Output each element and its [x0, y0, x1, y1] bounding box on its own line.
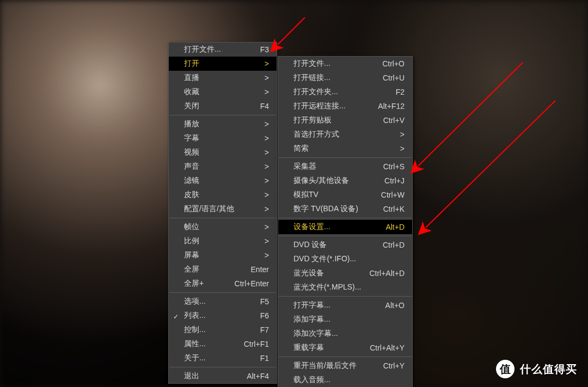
menu-item-label: 全屏+ — [184, 279, 218, 288]
menu-item-shortcut: Ctrl+K — [367, 205, 405, 213]
submenu-arrow-icon: > — [248, 176, 269, 185]
main-menu-item[interactable]: 收藏> — [169, 85, 277, 99]
menu-item-label: 声音 — [184, 162, 248, 171]
menu-item-label: 蓝光文件(*.MPLS)... — [293, 282, 405, 292]
main-menu-item[interactable]: 皮肤> — [169, 188, 277, 202]
menu-item-label: 属性... — [184, 339, 228, 349]
main-menu-item[interactable]: 全屏+Ctrl+Enter — [169, 277, 277, 291]
main-menu-item[interactable]: 播放> — [169, 117, 277, 131]
menu-item-shortcut: F3 — [244, 45, 269, 54]
main-menu-item[interactable]: 声音> — [169, 159, 277, 174]
menu-item-label: 全屏 — [184, 265, 235, 274]
main-menu-item[interactable]: 比例> — [169, 234, 277, 248]
open-submenu-item[interactable]: 打开文件...Ctrl+O — [278, 57, 412, 71]
main-context-menu: 打开文件...F3打开>直播>收藏>关闭F4播放>字幕>视频>声音>滤镜>皮肤>… — [168, 42, 277, 384]
main-menu-item[interactable]: 直播> — [169, 71, 277, 85]
menu-item-label: 关于... — [184, 353, 244, 363]
main-menu-item[interactable]: 控制...F7 — [169, 323, 277, 337]
menu-separator — [279, 296, 412, 297]
menu-item-label: 字幕 — [184, 133, 248, 143]
menu-item-label: 播放 — [184, 119, 248, 129]
menu-item-label: DVD 设备 — [293, 240, 366, 250]
watermark-badge: 值 — [496, 360, 514, 378]
menu-item-shortcut: Alt+O — [369, 301, 405, 310]
menu-item-label: 屏幕 — [184, 250, 248, 260]
main-menu-item[interactable]: 关于...F1 — [169, 351, 277, 365]
submenu-arrow-icon: > — [248, 205, 269, 213]
main-menu-item[interactable]: 视频> — [169, 145, 277, 159]
main-menu-item[interactable]: 关闭F4 — [169, 99, 277, 113]
main-menu-item[interactable]: 滤镜> — [169, 174, 277, 188]
menu-item-label: 控制... — [184, 325, 244, 335]
submenu-arrow-icon: > — [248, 223, 269, 231]
main-menu-item[interactable]: 退出Alt+F4 — [169, 369, 277, 383]
menu-item-label: 采集器 — [293, 162, 367, 171]
menu-item-label: 打开文件... — [184, 45, 244, 54]
open-submenu-item[interactable]: 打开链接...Ctrl+U — [278, 71, 412, 85]
menu-separator — [279, 357, 412, 357]
main-menu-item[interactable]: 打开> — [169, 57, 277, 71]
open-submenu-item[interactable]: 打开剪贴板Ctrl+V — [278, 113, 412, 127]
menu-item-label: 首选打开方式 — [293, 130, 384, 139]
menu-item-label: 视频 — [184, 148, 248, 157]
main-menu-item[interactable]: 列表...F6 — [169, 309, 277, 323]
menu-item-shortcut: F1 — [244, 354, 269, 363]
menu-separator — [279, 218, 412, 218]
open-submenu-item[interactable]: DVD 设备Ctrl+D — [278, 238, 412, 252]
open-submenu-item[interactable]: DVD 文件(*.IFO)... — [278, 252, 412, 266]
menu-item-label: 重开当前/最后文件 — [293, 361, 367, 371]
open-submenu-item[interactable]: 简索> — [278, 142, 412, 156]
main-menu-item[interactable]: 配置/语言/其他> — [169, 202, 277, 216]
menu-item-label: 数字 TV(BDA 设备) — [293, 204, 367, 214]
main-menu-item[interactable]: 打开文件...F3 — [169, 42, 277, 57]
main-menu-item[interactable]: 全屏Enter — [169, 262, 277, 277]
open-submenu-item[interactable]: 打开文件夹...F2 — [278, 85, 412, 99]
menu-item-label: 选项... — [184, 297, 244, 306]
watermark-text: 什么值得买 — [520, 362, 577, 377]
menu-item-shortcut: F6 — [244, 311, 269, 320]
submenu-arrow-icon: > — [248, 59, 269, 68]
menu-item-shortcut: Ctrl+Alt+D — [353, 269, 405, 278]
open-submenu-item[interactable]: 蓝光文件(*.MPLS)... — [278, 280, 412, 294]
main-menu-item[interactable]: 字幕> — [169, 131, 277, 145]
open-submenu-item[interactable]: 摄像头/其他设备Ctrl+J — [278, 174, 412, 188]
open-submenu-item[interactable]: 采集器Ctrl+S — [278, 159, 412, 174]
menu-item-shortcut: Enter — [235, 265, 269, 274]
submenu-arrow-icon: > — [248, 162, 269, 171]
open-submenu-item[interactable]: 添加次字幕... — [278, 327, 412, 341]
open-submenu-item[interactable]: 首选打开方式> — [278, 127, 412, 142]
open-submenu-item[interactable]: 蓝光设备Ctrl+Alt+D — [278, 266, 412, 280]
menu-item-shortcut: F7 — [244, 325, 269, 334]
menu-item-label: 关闭 — [184, 101, 244, 111]
menu-item-label: 打开远程连接... — [293, 101, 362, 111]
submenu-arrow-icon: > — [384, 144, 405, 153]
main-menu-item[interactable]: 属性...Ctrl+F1 — [169, 337, 277, 351]
menu-item-label: 简索 — [293, 144, 384, 153]
menu-item-label: 打开 — [184, 59, 248, 69]
menu-item-label: 配置/语言/其他 — [184, 204, 248, 214]
open-submenu-item[interactable]: 添加字幕... — [278, 312, 412, 327]
menu-item-label: 打开链接... — [293, 73, 366, 83]
menu-item-label: 打开字幕... — [293, 300, 369, 310]
open-submenu: 打开文件...Ctrl+O打开链接...Ctrl+U打开文件夹...F2打开远程… — [278, 56, 413, 387]
main-menu-item[interactable]: 帧位> — [169, 220, 277, 234]
menu-item-label: 打开文件夹... — [293, 87, 379, 97]
menu-item-label: 载入音频... — [293, 375, 405, 385]
open-submenu-item[interactable]: 打开远程连接...Alt+F12 — [278, 99, 412, 113]
open-submenu-item[interactable]: 载入音频... — [278, 373, 412, 387]
open-submenu-item[interactable]: 重载字幕Ctrl+Alt+Y — [278, 341, 412, 355]
menu-item-label: 添加字幕... — [293, 315, 405, 324]
open-submenu-item[interactable]: 设备设置...Alt+D — [278, 220, 412, 234]
open-submenu-item[interactable]: 打开字幕...Alt+O — [278, 298, 412, 312]
menu-item-shortcut: Ctrl+S — [367, 162, 405, 171]
open-submenu-item[interactable]: 模拟TVCtrl+W — [278, 188, 412, 202]
video-player-frame: 打开文件...F3打开>直播>收藏>关闭F4播放>字幕>视频>声音>滤镜>皮肤>… — [0, 0, 588, 387]
menu-separator — [169, 115, 276, 115]
open-submenu-item[interactable]: 数字 TV(BDA 设备)Ctrl+K — [278, 202, 412, 216]
menu-item-shortcut: F4 — [244, 102, 269, 110]
open-submenu-item[interactable]: 重开当前/最后文件Ctrl+Y — [278, 359, 412, 373]
main-menu-item[interactable]: 屏幕> — [169, 248, 277, 262]
main-menu-item[interactable]: 选项...F5 — [169, 294, 277, 309]
menu-item-label: 摄像头/其他设备 — [293, 176, 368, 186]
menu-item-label: 滤镜 — [184, 176, 248, 186]
